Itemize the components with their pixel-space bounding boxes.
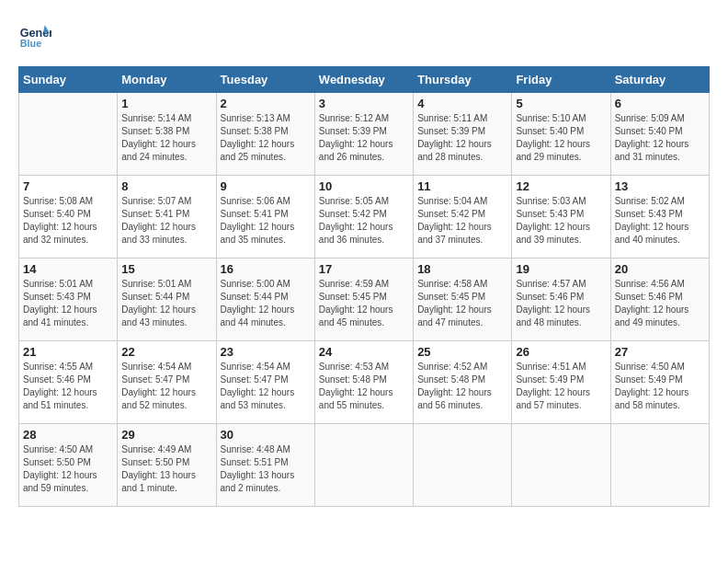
day-info: Sunrise: 4:48 AM Sunset: 5:51 PM Dayligh… [221,443,311,495]
calendar-cell [610,424,709,507]
day-info: Sunrise: 4:52 AM Sunset: 5:48 PM Dayligh… [417,361,507,412]
calendar-cell: 16Sunrise: 5:00 AM Sunset: 5:44 PM Dayli… [216,259,314,341]
calendar-cell: 28Sunrise: 4:50 AM Sunset: 5:50 PM Dayli… [19,424,118,507]
day-info: Sunrise: 4:49 AM Sunset: 5:50 PM Dayligh… [121,443,211,495]
day-number: 22 [121,345,211,359]
day-number: 3 [319,97,409,110]
day-info: Sunrise: 4:59 AM Sunset: 5:45 PM Dayligh… [319,278,409,329]
calendar-cell: 21Sunrise: 4:55 AM Sunset: 5:46 PM Dayli… [19,341,118,424]
day-info: Sunrise: 4:57 AM Sunset: 5:46 PM Dayligh… [516,278,606,329]
weekday-header-thursday: Thursday [414,67,512,93]
day-info: Sunrise: 5:10 AM Sunset: 5:40 PM Dayligh… [516,112,606,164]
week-row-3: 14Sunrise: 5:01 AM Sunset: 5:43 PM Dayli… [19,259,710,341]
day-number: 1 [121,97,211,110]
day-info: Sunrise: 5:05 AM Sunset: 5:42 PM Dayligh… [319,195,409,247]
weekday-header-saturday: Saturday [610,67,709,93]
day-info: Sunrise: 5:12 AM Sunset: 5:39 PM Dayligh… [319,112,409,164]
calendar-cell: 9Sunrise: 5:06 AM Sunset: 5:41 PM Daylig… [216,176,314,259]
calendar-cell: 12Sunrise: 5:03 AM Sunset: 5:43 PM Dayli… [512,176,610,259]
day-number: 17 [319,262,409,276]
calendar-cell: 25Sunrise: 4:52 AM Sunset: 5:48 PM Dayli… [414,341,512,424]
day-info: Sunrise: 4:56 AM Sunset: 5:46 PM Dayligh… [615,278,705,329]
day-number: 11 [417,179,507,193]
day-number: 27 [615,345,705,359]
calendar-cell [314,424,413,507]
day-info: Sunrise: 5:11 AM Sunset: 5:39 PM Dayligh… [417,112,507,164]
calendar-cell: 11Sunrise: 5:04 AM Sunset: 5:42 PM Dayli… [414,176,512,259]
day-number: 13 [615,179,705,193]
calendar-cell: 29Sunrise: 4:49 AM Sunset: 5:50 PM Dayli… [118,424,216,507]
calendar-cell: 6Sunrise: 5:09 AM Sunset: 5:40 PM Daylig… [610,93,709,176]
calendar-cell: 30Sunrise: 4:48 AM Sunset: 5:51 PM Dayli… [216,424,314,507]
logo-icon: General Blue [18,18,51,52]
calendar-cell: 2Sunrise: 5:13 AM Sunset: 5:38 PM Daylig… [216,93,314,176]
day-number: 23 [221,345,311,359]
day-number: 10 [319,179,409,193]
day-info: Sunrise: 5:01 AM Sunset: 5:43 PM Dayligh… [23,278,113,329]
day-info: Sunrise: 4:51 AM Sunset: 5:49 PM Dayligh… [516,361,606,412]
calendar-cell: 15Sunrise: 5:01 AM Sunset: 5:44 PM Dayli… [118,259,216,341]
calendar-cell: 18Sunrise: 4:58 AM Sunset: 5:45 PM Dayli… [414,259,512,341]
calendar-cell: 22Sunrise: 4:54 AM Sunset: 5:47 PM Dayli… [118,341,216,424]
day-info: Sunrise: 4:58 AM Sunset: 5:45 PM Dayligh… [417,278,507,329]
calendar-table: SundayMondayTuesdayWednesdayThursdayFrid… [18,66,710,507]
header: General Blue [18,18,710,52]
calendar-cell: 1Sunrise: 5:14 AM Sunset: 5:38 PM Daylig… [118,93,216,176]
day-number: 19 [516,262,606,276]
weekday-header-sunday: Sunday [19,67,118,93]
weekday-header-wednesday: Wednesday [314,67,413,93]
day-info: Sunrise: 5:02 AM Sunset: 5:43 PM Dayligh… [615,195,705,247]
calendar-header: SundayMondayTuesdayWednesdayThursdayFrid… [19,67,710,93]
day-info: Sunrise: 4:50 AM Sunset: 5:50 PM Dayligh… [23,443,113,495]
day-info: Sunrise: 5:13 AM Sunset: 5:38 PM Dayligh… [221,112,311,164]
day-number: 30 [221,428,311,442]
day-number: 16 [221,262,311,276]
calendar-cell: 17Sunrise: 4:59 AM Sunset: 5:45 PM Dayli… [314,259,413,341]
day-info: Sunrise: 4:54 AM Sunset: 5:47 PM Dayligh… [121,361,211,412]
logo: General Blue [18,18,55,52]
day-info: Sunrise: 5:01 AM Sunset: 5:44 PM Dayligh… [121,278,211,329]
day-number: 12 [516,179,606,193]
calendar-cell: 5Sunrise: 5:10 AM Sunset: 5:40 PM Daylig… [512,93,610,176]
day-number: 14 [23,262,113,276]
calendar-cell [19,93,118,176]
day-number: 15 [121,262,211,276]
day-info: Sunrise: 4:50 AM Sunset: 5:49 PM Dayligh… [615,361,705,412]
day-info: Sunrise: 5:00 AM Sunset: 5:44 PM Dayligh… [221,278,311,329]
day-number: 25 [417,345,507,359]
calendar-cell: 8Sunrise: 5:07 AM Sunset: 5:41 PM Daylig… [118,176,216,259]
day-number: 28 [23,428,113,442]
calendar-body: 1Sunrise: 5:14 AM Sunset: 5:38 PM Daylig… [19,93,710,507]
day-number: 26 [516,345,606,359]
day-number: 18 [417,262,507,276]
day-info: Sunrise: 4:55 AM Sunset: 5:46 PM Dayligh… [23,361,113,412]
week-row-1: 1Sunrise: 5:14 AM Sunset: 5:38 PM Daylig… [19,93,710,176]
svg-text:Blue: Blue [20,38,41,49]
day-info: Sunrise: 4:54 AM Sunset: 5:47 PM Dayligh… [221,361,311,412]
calendar-cell [414,424,512,507]
calendar-cell: 4Sunrise: 5:11 AM Sunset: 5:39 PM Daylig… [414,93,512,176]
day-info: Sunrise: 5:04 AM Sunset: 5:42 PM Dayligh… [417,195,507,247]
calendar-cell: 19Sunrise: 4:57 AM Sunset: 5:46 PM Dayli… [512,259,610,341]
day-info: Sunrise: 5:07 AM Sunset: 5:41 PM Dayligh… [121,195,211,247]
weekday-header-monday: Monday [118,67,216,93]
weekday-header-friday: Friday [512,67,610,93]
day-number: 4 [417,97,507,110]
calendar-cell: 24Sunrise: 4:53 AM Sunset: 5:48 PM Dayli… [314,341,413,424]
day-info: Sunrise: 5:08 AM Sunset: 5:40 PM Dayligh… [23,195,113,247]
day-info: Sunrise: 5:14 AM Sunset: 5:38 PM Dayligh… [121,112,211,164]
day-number: 20 [615,262,705,276]
calendar-cell: 3Sunrise: 5:12 AM Sunset: 5:39 PM Daylig… [314,93,413,176]
day-number: 8 [121,179,211,193]
day-number: 2 [221,97,311,110]
calendar-cell: 26Sunrise: 4:51 AM Sunset: 5:49 PM Dayli… [512,341,610,424]
week-row-5: 28Sunrise: 4:50 AM Sunset: 5:50 PM Dayli… [19,424,710,507]
calendar-cell: 7Sunrise: 5:08 AM Sunset: 5:40 PM Daylig… [19,176,118,259]
week-row-2: 7Sunrise: 5:08 AM Sunset: 5:40 PM Daylig… [19,176,710,259]
day-number: 29 [121,428,211,442]
week-row-4: 21Sunrise: 4:55 AM Sunset: 5:46 PM Dayli… [19,341,710,424]
day-info: Sunrise: 5:06 AM Sunset: 5:41 PM Dayligh… [221,195,311,247]
calendar-cell: 10Sunrise: 5:05 AM Sunset: 5:42 PM Dayli… [314,176,413,259]
day-info: Sunrise: 5:09 AM Sunset: 5:40 PM Dayligh… [615,112,705,164]
calendar-cell: 13Sunrise: 5:02 AM Sunset: 5:43 PM Dayli… [610,176,709,259]
